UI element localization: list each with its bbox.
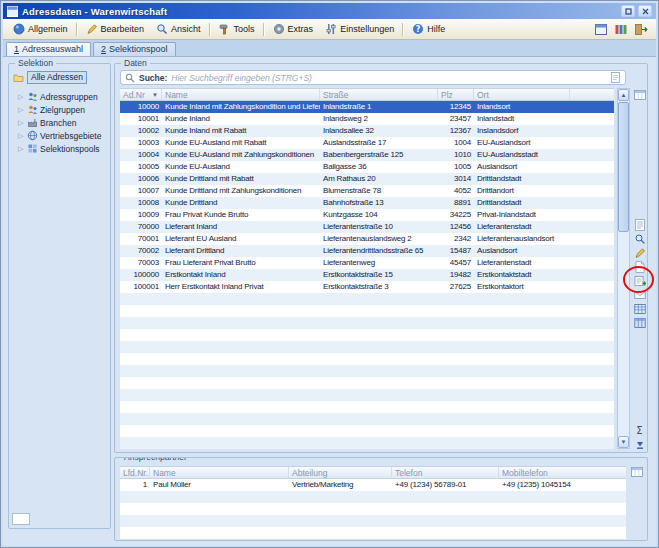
- menu-separator: [263, 23, 265, 36]
- menu-extras[interactable]: Extras: [267, 21, 320, 37]
- cell-filler: [570, 425, 614, 437]
- table-filler-row: [120, 377, 614, 389]
- table-row[interactable]: 10007Kunde Drittland mit Zahlungskonditi…: [120, 185, 614, 197]
- tree-label: Branchen: [40, 118, 76, 128]
- cell-filler: [570, 365, 614, 377]
- list-icon[interactable]: [633, 218, 646, 231]
- search-bar[interactable]: Suche:: [120, 70, 626, 85]
- table-row[interactable]: 70001Lieferant EU AuslandLieferantenausl…: [120, 233, 614, 245]
- cell-filler: [570, 269, 614, 281]
- table-row[interactable]: 100001Herr Erstkontakt Inland PrivatErst…: [120, 281, 614, 293]
- scrollbar-up-button[interactable]: ▲: [618, 89, 629, 101]
- table-row[interactable]: 70002Lieferant DrittlandLieferantendritt…: [120, 245, 614, 257]
- cell-name: [162, 365, 320, 377]
- menu-tools[interactable]: Tools: [213, 21, 261, 37]
- vertical-scrollbar[interactable]: ▲ ▼: [617, 88, 630, 449]
- tree-item-zielgruppen[interactable]: ▷ Zielgruppen: [13, 103, 108, 116]
- restore-button[interactable]: [621, 5, 635, 17]
- table-row[interactable]: 10000Kunde Inland mit Zahlungskondition …: [120, 101, 614, 113]
- expander-icon[interactable]: ▷: [18, 145, 25, 152]
- column-header-contact-name[interactable]: Name: [150, 467, 289, 478]
- table-row[interactable]: 10005Kunde EU-AuslandBallgasse 361005Aus…: [120, 161, 614, 173]
- table-blue2-icon[interactable]: [633, 316, 646, 329]
- column-header-adnr[interactable]: Ad.Nr ▼: [120, 89, 162, 100]
- menubar: Allgemein Bearbeiten Ansicht Tools: [3, 19, 656, 40]
- table-row[interactable]: 10008Kunde DrittlandBahnhofstraße 138891…: [120, 197, 614, 209]
- cell-plz: [438, 305, 474, 317]
- tab-adressauswahl[interactable]: 1Adressauswahl: [6, 42, 91, 56]
- menu-bearbeiten[interactable]: Bearbeiten: [80, 21, 151, 37]
- table-row[interactable]: 70000Lieferant InlandLieferantenstraße 1…: [120, 221, 614, 233]
- expander-icon[interactable]: ▷: [18, 119, 25, 126]
- tree-item-selektionspools[interactable]: ▷ Selektionspools: [13, 142, 108, 155]
- sum-icon[interactable]: Σ: [633, 424, 646, 437]
- mail-icon[interactable]: [633, 288, 646, 301]
- contact-row[interactable]: 1Paul MüllerVertrieb/Marketing+49 (1234)…: [120, 479, 626, 491]
- column-header-mobiltelefon[interactable]: Mobiltelefon: [499, 467, 626, 478]
- edit-pencil-icon[interactable]: [633, 246, 646, 259]
- table-row[interactable]: 10009Frau Privat Kunde BruttoKuntzgasse …: [120, 209, 614, 221]
- cell-telefon: [392, 527, 499, 539]
- table-blue-icon[interactable]: [633, 302, 646, 315]
- column-header-telefon[interactable]: Telefon: [392, 467, 499, 478]
- cell-filler: [570, 293, 614, 305]
- magnifier-detail-icon[interactable]: [633, 232, 646, 245]
- selection-panel: Selektion Alle Adressen ▷ Adressgruppen: [8, 63, 111, 529]
- table-row[interactable]: 10002Kunde Inland mit RabattInlandsallee…: [120, 125, 614, 137]
- column-header-ort[interactable]: Ort: [474, 89, 570, 100]
- cell-name: [162, 293, 320, 305]
- expander-icon[interactable]: ▷: [18, 93, 25, 100]
- window-icon[interactable]: [594, 23, 608, 36]
- window-title: Adressdaten - Warenwirtschaft: [22, 6, 167, 17]
- cell-plz: [438, 389, 474, 401]
- menu-allgemein[interactable]: Allgemein: [7, 21, 74, 37]
- menu-ansicht[interactable]: Ansicht: [150, 21, 207, 37]
- cell-lfdnr: 1: [120, 479, 150, 491]
- scrollbar-thumb[interactable]: [618, 102, 629, 232]
- tree-item-alle-adressen[interactable]: Alle Adressen: [13, 71, 108, 84]
- cell-ort: Erstkontaktort: [474, 281, 570, 293]
- tab-selektionspool[interactable]: 2Selektionspool: [93, 42, 176, 56]
- books-icon[interactable]: [614, 23, 628, 36]
- table-row[interactable]: 10003Kunde EU-Ausland mit RabattAuslands…: [120, 137, 614, 149]
- scroll-bottom-icon[interactable]: [633, 438, 646, 451]
- grid-columns-icon[interactable]: [633, 88, 646, 101]
- tree-item-branchen[interactable]: ▷ Branchen: [13, 116, 108, 129]
- cell-strasse: [320, 353, 438, 365]
- cell-plz: 12345: [438, 101, 474, 113]
- page-icon[interactable]: [633, 260, 646, 273]
- table-row[interactable]: 10004Kunde EU-Ausland mit Zahlungskondit…: [120, 149, 614, 161]
- contacts-grid-icon[interactable]: [631, 466, 643, 478]
- table-header: Ad.Nr ▼ Name Straße Plz Ort: [120, 88, 614, 101]
- column-header-strasse[interactable]: Straße: [320, 89, 438, 100]
- cell-plz: 2342: [438, 233, 474, 245]
- column-header-name[interactable]: Name: [162, 89, 320, 100]
- scrollbar-down-button[interactable]: ▼: [618, 436, 629, 448]
- expander-icon[interactable]: ▷: [18, 132, 25, 139]
- menu-einstellungen[interactable]: Einstellungen: [319, 21, 400, 37]
- cell-filler: [570, 113, 614, 125]
- table-row[interactable]: 100000Erstkontakt InlandErstkontaktstraß…: [120, 269, 614, 281]
- cell-telefon: [392, 491, 499, 503]
- close-button[interactable]: [638, 5, 652, 17]
- column-header-lfdnr[interactable]: Lfd.Nr.: [120, 467, 150, 478]
- table-row[interactable]: 10006Kunde Drittland mit RabattAm Rathau…: [120, 173, 614, 185]
- table-row[interactable]: 10001Kunde InlandInlandsweg 223457Inland…: [120, 113, 614, 125]
- search-options-icon[interactable]: [611, 72, 621, 83]
- menu-hilfe[interactable]: ? Hilfe: [406, 21, 451, 37]
- column-header-plz[interactable]: Plz: [438, 89, 474, 100]
- pool-add-icon[interactable]: [633, 274, 646, 287]
- cell-adnr: 70002: [120, 245, 162, 257]
- expander-icon[interactable]: ▷: [18, 106, 25, 113]
- table-row[interactable]: 70003Frau Lieferant Privat BruttoLiefera…: [120, 257, 614, 269]
- titlebar[interactable]: Adressdaten - Warenwirtschaft: [3, 3, 656, 19]
- column-header-abteilung[interactable]: Abteilung: [289, 467, 392, 478]
- cell-strasse: Lieferantenstraße 10: [320, 221, 438, 233]
- exit-icon[interactable]: [634, 23, 648, 36]
- search-input[interactable]: [171, 73, 607, 83]
- tree-item-vertriebsgebiete[interactable]: ▷ Vertriebsgebiete: [13, 129, 108, 142]
- tree-item-adressgruppen[interactable]: ▷ Adressgruppen: [13, 90, 108, 103]
- cell-strasse: Ballgasse 36: [320, 161, 438, 173]
- tree-hscroll[interactable]: [12, 513, 30, 525]
- cell-name: [162, 437, 320, 449]
